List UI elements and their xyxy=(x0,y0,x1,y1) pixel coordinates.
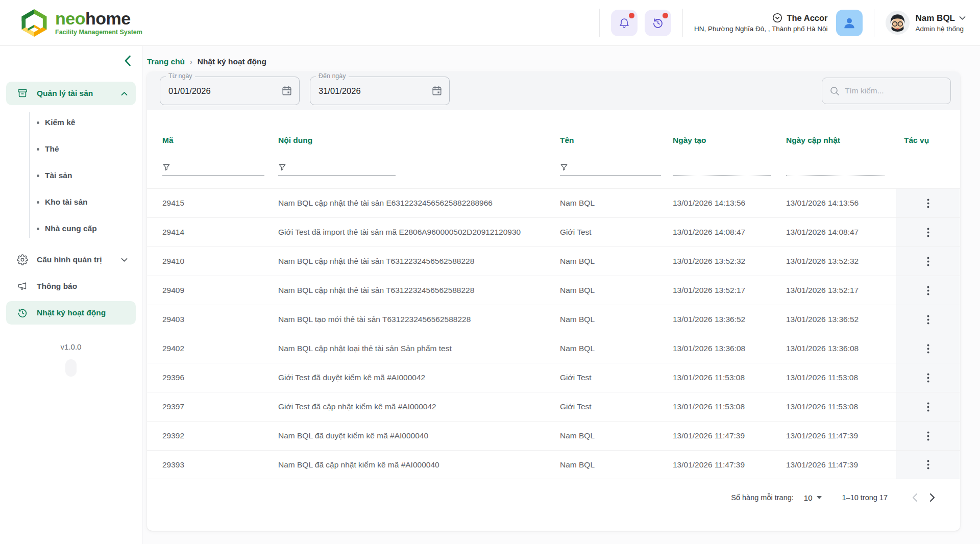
cell-content: Giới Test đã duyệt kiểm kê mã #AI000042 xyxy=(278,363,560,392)
column-header-content: Nội dung xyxy=(278,136,560,148)
to-date-field[interactable]: Đến ngày 31/01/2026 xyxy=(310,77,450,105)
divider xyxy=(874,9,874,37)
sidebar-nav: Quản lý tài sản Kiểm kê Thẻ xyxy=(0,76,142,328)
row-actions-kebab-button[interactable] xyxy=(918,397,938,416)
table-body: 29415 Nam BQL cập nhật thẻ tài sản E6312… xyxy=(147,188,960,479)
row-actions-kebab-button[interactable] xyxy=(918,339,938,358)
filter-input-name[interactable] xyxy=(560,159,661,176)
row-actions-kebab-button[interactable] xyxy=(918,426,938,446)
cell-actions xyxy=(896,247,960,276)
sidebar-subitem-label: Kiểm kê xyxy=(45,118,75,127)
pagination-range: 1–10 trong 17 xyxy=(842,493,888,502)
asset-submenu: Kiểm kê Thẻ Tài sản Kho tài sản xyxy=(6,108,136,245)
rows-per-page-label: Số hàng mỗi trang: xyxy=(731,493,794,502)
brand-logo[interactable]: neohome Facility Management System xyxy=(20,8,142,38)
chevron-down-icon xyxy=(959,16,966,20)
cell-created: 13/01/2026 13:36:08 xyxy=(673,334,786,363)
sidebar-item-suppliers[interactable]: Nhà cung cấp xyxy=(6,215,136,242)
cell-updated: 13/01/2026 11:53:08 xyxy=(786,363,896,392)
brand-tagline: Facility Management System xyxy=(55,29,142,36)
previous-page-button[interactable] xyxy=(906,489,923,506)
building-address: HN, Phường Nghĩa Đô, , Thành phố Hà Nội xyxy=(694,25,828,33)
table-row: 29414 Giới Test đã import thẻ tài sản mã… xyxy=(147,217,960,246)
app-version: v1.0.0 xyxy=(0,342,142,351)
search-input[interactable] xyxy=(845,86,943,95)
cell-name: Nam BQL xyxy=(560,189,673,217)
building-avatar-button[interactable] xyxy=(836,10,863,36)
table-row: 29402 Nam BQL cập nhật loại thẻ tài sản … xyxy=(147,334,960,363)
box-icon xyxy=(17,88,28,99)
table-row: 29393 Nam BQL đã cập nhật kiểm kê mã #AI… xyxy=(147,450,960,479)
main-content: Trang chủ › Nhật ký hoạt động Từ ngày 01… xyxy=(142,46,980,544)
sidebar-item-asset-management[interactable]: Quản lý tài sản xyxy=(6,82,136,105)
sidebar-item-asset-warehouse[interactable]: Kho tài sản xyxy=(6,189,136,215)
cell-code: 29402 xyxy=(147,334,278,363)
cell-name: Giới Test xyxy=(560,363,673,392)
from-date-label: Từ ngày xyxy=(166,72,195,80)
cell-code: 29414 xyxy=(147,218,278,246)
cell-created: 13/01/2026 11:47:39 xyxy=(673,451,786,479)
filter-input-code[interactable] xyxy=(162,159,264,176)
sidebar-collapse-button[interactable] xyxy=(124,55,132,66)
cell-updated: 13/01/2026 11:47:39 xyxy=(786,422,896,450)
user-menu[interactable]: Nam BQL Admin hệ thống xyxy=(886,11,966,35)
caret-down-icon xyxy=(817,496,822,499)
row-actions-kebab-button[interactable] xyxy=(918,252,938,271)
sidebar-item-notifications[interactable]: Thông báo xyxy=(6,275,136,298)
sidebar-item-assets[interactable]: Tài sản xyxy=(6,162,136,189)
column-header-name: Tên xyxy=(560,136,673,148)
sidebar-item-activity-log[interactable]: Nhật ký hoạt động xyxy=(6,301,136,325)
table-row: 29397 Giới Test đã cập nhật kiểm kê mã #… xyxy=(147,392,960,421)
cell-code: 29393 xyxy=(147,451,278,479)
row-actions-kebab-button[interactable] xyxy=(918,281,938,300)
rows-per-page-value: 10 xyxy=(804,493,813,502)
cell-name: Nam BQL xyxy=(560,422,673,450)
topbar-actions: The Accor HN, Phường Nghĩa Đô, , Thành p… xyxy=(588,9,966,37)
sidebar-item-inventory-check[interactable]: Kiểm kê xyxy=(6,109,136,136)
filter-input-updated-disabled xyxy=(786,159,885,176)
filter-input-content[interactable] xyxy=(278,159,396,176)
cell-created: 13/01/2026 11:53:08 xyxy=(673,363,786,392)
filter-bar: Từ ngày 01/01/2026 Đến ngày 31/01/2 xyxy=(147,71,960,110)
row-actions-kebab-button[interactable] xyxy=(918,368,938,387)
history-badge xyxy=(663,13,668,18)
cell-created: 13/01/2026 11:53:08 xyxy=(673,392,786,421)
table-row: 29396 Giới Test đã duyệt kiểm kê mã #AI0… xyxy=(147,363,960,392)
cell-content: Nam BQL cập nhật thẻ tài sản T6312232456… xyxy=(278,247,560,276)
column-header-created: Ngày tạo xyxy=(673,136,786,148)
cell-actions xyxy=(896,422,960,450)
chevron-circle-icon xyxy=(772,13,782,23)
cell-actions xyxy=(896,276,960,305)
gear-icon xyxy=(17,254,28,265)
cell-updated: 13/01/2026 14:13:56 xyxy=(786,189,896,217)
row-actions-kebab-button[interactable] xyxy=(918,193,938,213)
row-actions-kebab-button[interactable] xyxy=(918,222,938,242)
cell-content: Nam BQL cập nhật loại thẻ tài sản Sản ph… xyxy=(278,334,560,363)
table-row: 29403 Nam BQL tạo mới thẻ tài sản T63122… xyxy=(147,305,960,334)
notifications-button[interactable] xyxy=(611,10,638,36)
breadcrumb-separator: › xyxy=(190,58,192,66)
notification-badge xyxy=(629,13,634,18)
table-row: 29410 Nam BQL cập nhật thẻ tài sản T6312… xyxy=(147,246,960,276)
row-actions-kebab-button[interactable] xyxy=(918,455,938,475)
search-icon xyxy=(829,86,840,96)
cell-name: Giới Test xyxy=(560,392,673,421)
calendar-icon[interactable] xyxy=(281,85,292,96)
cell-created: 13/01/2026 14:08:47 xyxy=(673,218,786,246)
from-date-field[interactable]: Từ ngày 01/01/2026 xyxy=(160,77,300,105)
cell-code: 29392 xyxy=(147,422,278,450)
cell-updated: 13/01/2026 11:53:08 xyxy=(786,392,896,421)
cell-actions xyxy=(896,392,960,421)
sidebar-item-cards[interactable]: Thẻ xyxy=(6,136,136,162)
building-selector[interactable]: The Accor HN, Phường Nghĩa Đô, , Thành p… xyxy=(694,13,828,33)
breadcrumb-home[interactable]: Trang chủ xyxy=(147,57,185,66)
user-name: Nam BQL xyxy=(916,13,955,23)
rows-per-page-select[interactable]: 10 xyxy=(804,493,822,502)
cell-created: 13/01/2026 11:47:39 xyxy=(673,422,786,450)
cell-actions xyxy=(896,189,960,217)
activity-history-button[interactable] xyxy=(645,10,671,36)
calendar-icon[interactable] xyxy=(431,85,443,96)
next-page-button[interactable] xyxy=(923,489,941,506)
row-actions-kebab-button[interactable] xyxy=(918,310,938,329)
sidebar-item-admin-config[interactable]: Cấu hình quản trị xyxy=(6,248,136,271)
